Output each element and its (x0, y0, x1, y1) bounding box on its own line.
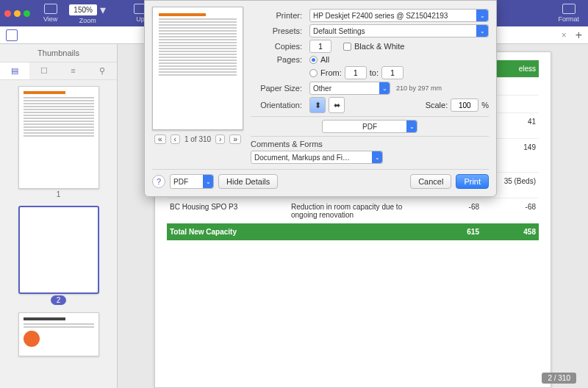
help-button[interactable]: ? (152, 175, 165, 188)
print-dialog: « ‹ 1 of 310 › » Printer: HP Deskjet F24… (144, 0, 497, 197)
printer-select[interactable]: HP Deskjet F2400 series @ SZ15042193 ⌄ (309, 9, 489, 22)
view-icon (44, 4, 57, 14)
thumbnail-page-2[interactable]: 2 (18, 206, 99, 305)
paper-size-select[interactable]: Other ⌄ (309, 82, 390, 95)
presets-value: Default Settings (313, 27, 365, 35)
preview-first-button[interactable]: « (154, 134, 166, 144)
printer-label: Printer: (251, 11, 302, 20)
pages-to-input[interactable] (381, 66, 404, 79)
printer-value: HP Deskjet F2400 series @ SZ15042193 (313, 12, 448, 20)
bookmark-tab-icon: ☐ (40, 66, 48, 75)
view-button[interactable]: View (39, 4, 62, 23)
preview-last-button[interactable]: » (229, 134, 241, 144)
portrait-icon: ⬍ (315, 101, 321, 110)
print-mode-select[interactable]: PDF ⌄ (322, 120, 417, 133)
close-window-icon[interactable] (4, 10, 11, 17)
pages-all-label: All (320, 55, 329, 64)
cancel-label: Cancel (418, 177, 443, 186)
bw-checkbox[interactable] (343, 43, 351, 51)
paper-dims: 210 by 297 mm (396, 85, 442, 92)
pages-range-radio[interactable] (309, 69, 318, 77)
comments-forms-label: Comments & Forms (251, 140, 323, 148)
thumbnails-title: Thumbnails (0, 44, 117, 62)
window-controls[interactable] (4, 10, 30, 17)
cancel-button[interactable]: Cancel (410, 174, 451, 189)
orientation-landscape[interactable]: ⬌ (329, 97, 345, 113)
pages-label: Pages: (251, 55, 302, 64)
format-button[interactable]: Format (553, 4, 584, 23)
total-c: 615 (426, 223, 482, 240)
presets-label: Presets: (251, 26, 302, 35)
orientation-label: Orientation: (251, 101, 302, 109)
dropdown-arrow-icon: ⌄ (203, 175, 213, 188)
new-tab-icon[interactable]: + (576, 29, 582, 42)
copies-label: Copies: (251, 42, 302, 51)
help-icon: ? (157, 177, 161, 186)
tab-thumbnails[interactable]: ▤ (0, 62, 29, 79)
up-label: Up (136, 15, 145, 23)
badge-icon (24, 331, 40, 347)
pages-all-radio[interactable] (309, 56, 318, 64)
zoom-label: Zoom (79, 17, 96, 24)
dropdown-arrow-icon: ⌄ (372, 151, 382, 163)
minimize-window-icon[interactable] (14, 10, 21, 17)
dropdown-arrow-icon: ⌄ (406, 121, 417, 132)
format-label: Format (558, 15, 579, 23)
format-icon (562, 4, 576, 14)
close-tab-icon[interactable]: × (562, 30, 567, 40)
presets-select[interactable]: Default Settings ⌄ (309, 24, 489, 37)
search-tab-icon: ⚲ (99, 66, 105, 75)
thumbnails-tab-icon: ▤ (11, 66, 18, 75)
zoom-dropdown-icon[interactable]: ▾ (100, 3, 106, 17)
zoom-control[interactable]: 150% ▾ Zoom (65, 3, 110, 24)
preview-page-indicator: 1 of 310 (184, 135, 211, 143)
scale-unit: % (481, 101, 489, 109)
dropdown-arrow-icon: ⌄ (476, 10, 488, 21)
paper-size-value: Other (313, 85, 331, 93)
thumbnails-panel: Thumbnails ▤ ☐ ≡ ⚲ 1 (0, 44, 118, 388)
thumb1-number: 1 (18, 190, 99, 198)
tab-outline[interactable]: ≡ (59, 62, 88, 79)
landscape-icon: ⬌ (334, 101, 340, 110)
tab-bookmarks[interactable]: ☐ (29, 62, 59, 79)
pdf-menu-label: PDF (173, 178, 188, 186)
hide-details-label: Hide Details (226, 177, 270, 186)
preview-next-button[interactable]: › (215, 134, 225, 144)
thumb2-number: 2 (51, 295, 67, 305)
view-label: View (43, 15, 57, 23)
copies-input[interactable] (309, 40, 331, 53)
comments-forms-value: Document, Markups and Fi… (254, 154, 350, 162)
total-d: 458 (482, 223, 539, 240)
fullscreen-window-icon[interactable] (24, 10, 30, 17)
orientation-portrait[interactable]: ⬍ (309, 97, 326, 113)
page-counter: 2 / 310 (542, 373, 576, 384)
thumbnail-page-1[interactable]: 1 (18, 86, 99, 198)
scale-input[interactable] (451, 98, 478, 112)
pdf-menu[interactable]: PDF ⌄ (170, 174, 214, 189)
outline-tab-icon: ≡ (71, 66, 75, 75)
comments-forms-select[interactable]: Document, Markups and Fi… ⌄ (251, 151, 383, 164)
bw-label: Black & White (354, 42, 404, 51)
pages-from-input[interactable] (345, 66, 367, 79)
print-button[interactable]: Print (456, 174, 489, 189)
sidebar-tabs: ▤ ☐ ≡ ⚲ (0, 62, 117, 80)
thumbnail-page-3[interactable] (18, 312, 99, 356)
dropdown-arrow-icon: ⌄ (476, 25, 488, 37)
hide-details-button[interactable]: Hide Details (218, 174, 278, 189)
table-row: BC Housing SPO P3Reduction in room capac… (167, 198, 539, 224)
pages-to-label: to: (370, 68, 379, 77)
paper-size-label: Paper Size: (251, 84, 302, 93)
zoom-value[interactable]: 150% (69, 4, 97, 15)
tab-search[interactable]: ⚲ (87, 62, 117, 79)
print-mode-value: PDF (362, 123, 377, 131)
pages-from-label: From: (320, 68, 342, 77)
preview-prev-button[interactable]: ‹ (171, 134, 180, 144)
home-icon[interactable] (6, 29, 18, 41)
scale-label: Scale: (426, 101, 448, 109)
total-label: Total New Capacity (167, 223, 288, 240)
print-preview (152, 7, 243, 130)
print-label: Print (464, 177, 481, 186)
dropdown-arrow-icon: ⌄ (379, 82, 390, 94)
